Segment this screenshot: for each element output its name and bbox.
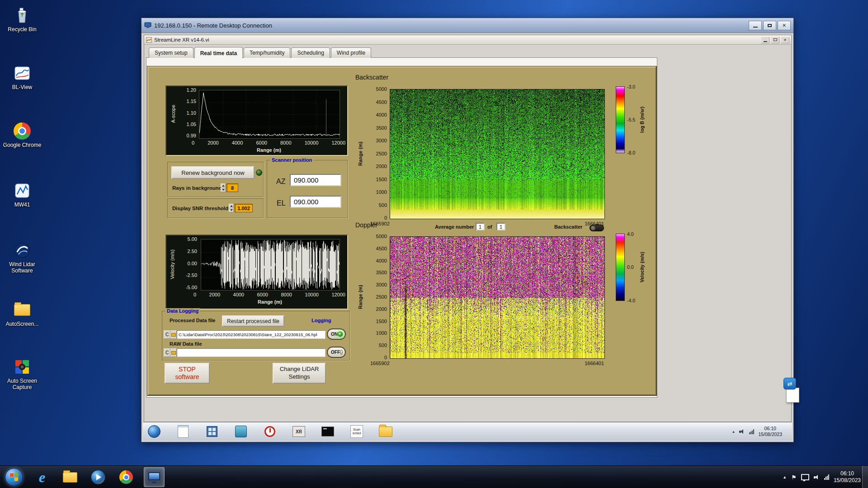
rays-value-field[interactable]: 8: [226, 183, 238, 192]
remote-network-icon[interactable]: [749, 429, 754, 434]
rays-spinner[interactable]: [221, 183, 226, 192]
tab-scheduling[interactable]: Scheduling: [291, 47, 330, 58]
taskbar-wmp-button[interactable]: [88, 467, 108, 487]
app-close-button[interactable]: ×: [781, 37, 789, 43]
bl-view-icon: [12, 63, 32, 83]
browse-folder-icon[interactable]: [170, 348, 177, 357]
taskbar-explorer-button[interactable]: [60, 467, 80, 487]
drive-letter-box[interactable]: C: [164, 330, 170, 339]
scan-glyph-line2: sched: [353, 432, 361, 435]
doppler-canvas: [390, 236, 605, 359]
remote-start-orb[interactable]: [147, 425, 161, 438]
tick-label: 1000: [368, 190, 387, 195]
backscatter-title: Backscatter: [355, 74, 388, 81]
taskbar-rdp-button[interactable]: [144, 467, 165, 487]
tick-label: 4.0: [627, 232, 641, 237]
show-desktop-button[interactable]: [862, 466, 868, 488]
change-lidar-settings-button[interactable]: Change LiDAR Settings: [273, 363, 326, 384]
tab-system-setup[interactable]: System setup: [149, 47, 193, 58]
backscatter-toggle-label: Backscatter: [554, 224, 582, 230]
tick-label: 4500: [368, 246, 387, 251]
remote-clock-date: 15/08/2023: [758, 432, 782, 437]
tray-volume-icon[interactable]: [814, 474, 820, 480]
remote-tray-clock[interactable]: 06:10 15/08/2023: [758, 426, 782, 437]
tab-wind-profile[interactable]: Wind profile: [331, 47, 371, 58]
raw-path-control[interactable]: C: [164, 348, 326, 357]
tray-display-icon[interactable]: [801, 474, 809, 480]
notification-page-icon[interactable]: [786, 388, 799, 403]
app-titlebar[interactable]: StreamLine XR v14-6.vi ×: [144, 35, 791, 45]
minimize-button[interactable]: [749, 21, 762, 30]
app-restore-button[interactable]: [771, 37, 779, 43]
average-number-field[interactable]: 1: [476, 223, 485, 230]
processed-path-field[interactable]: C:\Lidar\Data\Proc\2023\202308\20230815\…: [177, 330, 326, 339]
maximize-button[interactable]: [763, 21, 776, 30]
drive-letter-box[interactable]: C: [164, 348, 170, 357]
tab-real-time-data[interactable]: Real time data: [194, 47, 243, 58]
el-label: EL: [277, 199, 286, 207]
tray-chevron-icon[interactable]: ▲: [783, 475, 787, 479]
browse-folder-icon[interactable]: [170, 330, 177, 339]
remote-power-icon[interactable]: [263, 425, 277, 438]
tray-clock[interactable]: 06:10 15/08/2023: [834, 470, 861, 484]
tick-label: 4000: [368, 258, 387, 263]
remote-tray-chevron-icon[interactable]: ▲: [732, 430, 736, 434]
front-panel: A-scope 1.201.151.101.050.99 02000400060…: [147, 66, 656, 395]
renew-background-button[interactable]: Renew background now: [171, 166, 255, 179]
el-value-field[interactable]: 090.000: [290, 196, 341, 208]
app-minimize-button[interactable]: [761, 37, 769, 43]
doppler-x-labels: 1665902 1666401: [370, 361, 604, 366]
remote-scan-sched-icon[interactable]: Scan sched: [350, 425, 363, 438]
remote-console-icon[interactable]: [321, 425, 335, 438]
doppler-colorbar-ticks: 4.00.0-4.0: [627, 232, 641, 303]
desktop-icon-auto-screen-capture[interactable]: Auto Screen Capture: [1, 357, 43, 391]
tick-label: 12000: [331, 141, 345, 145]
snr-spinner[interactable]: [229, 204, 234, 212]
app-title: StreamLine XR v14-6.vi: [154, 37, 209, 42]
tick-label: 0: [193, 292, 196, 297]
desktop-icon-autoscreen-folder[interactable]: AutoScreen...: [1, 300, 43, 328]
tab-temp-humidity[interactable]: Temp/humidity: [244, 47, 290, 58]
tick-label: 4500: [368, 100, 387, 105]
raw-data-file-label: RAW Data file: [170, 341, 202, 347]
tray-network-icon[interactable]: [824, 474, 829, 480]
raw-path-field[interactable]: [177, 348, 326, 357]
tick-label: 3500: [368, 270, 387, 275]
remote-folder-icon[interactable]: [379, 425, 392, 438]
velocity-canvas: [201, 239, 340, 291]
snr-value-field[interactable]: 1.002: [235, 204, 253, 212]
tick-label: 2000: [209, 292, 220, 297]
remote-volume-icon[interactable]: [739, 429, 745, 434]
remote-notepad-icon[interactable]: [176, 425, 190, 438]
tray-flag-icon[interactable]: ⚑: [791, 474, 797, 481]
backscatter-toggle-switch[interactable]: [590, 225, 604, 231]
restart-processed-file-button[interactable]: Restart processed file: [222, 315, 284, 327]
az-value-field[interactable]: 090.000: [290, 174, 341, 186]
average-total-field[interactable]: 1: [496, 223, 505, 230]
xr-glyph: XR: [292, 426, 305, 437]
desktop-icon-wind-lidar[interactable]: Wind Lidar Software: [1, 240, 43, 274]
desktop-icon-mw41[interactable]: MW41: [1, 181, 43, 208]
taskbar-chrome-button[interactable]: [116, 467, 137, 487]
tick-label: 4000: [233, 292, 244, 297]
tab-strip: System setup Real time data Temp/humidit…: [149, 47, 371, 58]
remote-grid-app-icon[interactable]: [205, 425, 219, 438]
start-button[interactable]: [4, 467, 24, 487]
logging-off-button[interactable]: OFF: [327, 347, 346, 358]
processed-path-control[interactable]: C C:\Lidar\Data\Proc\2023\202308\2023081…: [164, 330, 326, 339]
connection-widget-icon[interactable]: ⇄: [783, 378, 796, 389]
desktop-icon-recycle-bin[interactable]: Recycle Bin: [1, 5, 43, 33]
remote-teal-app-icon[interactable]: [234, 425, 248, 438]
desktop-icon-google-chrome[interactable]: Google Chrome: [1, 121, 43, 149]
logging-on-button[interactable]: ON: [327, 328, 346, 340]
ascope-y-ticks: 1.201.151.101.050.99: [178, 88, 196, 138]
tick-label: 0.99: [178, 133, 196, 138]
close-button[interactable]: ×: [778, 21, 791, 30]
desktop-icon-bl-view[interactable]: BL-View: [1, 63, 43, 91]
logging-on-led: [338, 332, 343, 337]
remote-xr-app-icon[interactable]: XR: [292, 425, 306, 438]
rdp-titlebar[interactable]: 192.168.0.150 - Remote Desktop Connectio…: [142, 18, 793, 33]
taskbar-ie-button[interactable]: e: [32, 467, 52, 487]
stop-software-button[interactable]: STOP software: [165, 363, 210, 384]
remote-tray: ▲ 06:10 15/08/2023: [732, 426, 782, 437]
